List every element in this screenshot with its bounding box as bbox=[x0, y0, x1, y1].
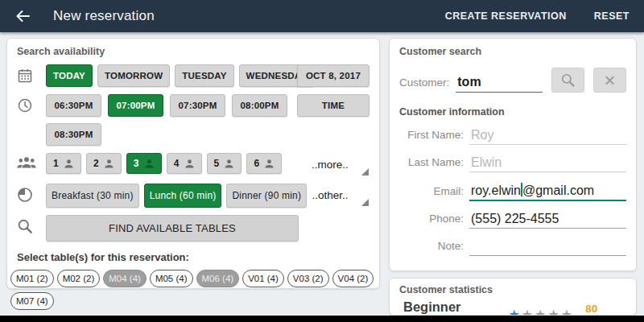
field-input[interactable]: Roy bbox=[469, 128, 626, 145]
time-option-button[interactable]: 08:30PM bbox=[46, 123, 101, 146]
field-value: Roy bbox=[469, 128, 626, 144]
party-size-number: 2 bbox=[93, 158, 99, 169]
date-option-button[interactable]: TOMORROW bbox=[97, 64, 170, 87]
meal-other-dropdown[interactable]: ..other.. bbox=[297, 184, 369, 207]
table-chip[interactable]: M04 (4) bbox=[103, 270, 147, 287]
table-chip[interactable]: V04 (2) bbox=[332, 270, 374, 287]
reset-button[interactable]: RESET bbox=[592, 6, 631, 27]
star-icon: ★ bbox=[547, 308, 560, 316]
party-size-button[interactable]: 6 bbox=[246, 153, 282, 174]
select-tables-label: Select table(s) for this reservation: bbox=[17, 251, 369, 263]
topbar-actions: CREATE RESERVATION RESET bbox=[444, 6, 631, 27]
table-chip[interactable]: V03 (2) bbox=[287, 270, 329, 287]
party-size-button[interactable]: 4 bbox=[167, 153, 202, 174]
back-button[interactable] bbox=[13, 6, 32, 26]
field-underline bbox=[469, 228, 626, 229]
star-rating: ★★★★★ bbox=[508, 308, 574, 316]
customer-information-title: Customer information bbox=[399, 106, 626, 118]
field-input[interactable]: Elwin bbox=[469, 155, 626, 172]
date-option-button[interactable]: TUESDAY bbox=[175, 64, 233, 87]
date-picker-button[interactable]: OCT 8, 2017 bbox=[297, 64, 369, 87]
table-chip[interactable]: M02 (2) bbox=[57, 270, 101, 287]
party-size-options: 1 2 bbox=[46, 153, 297, 174]
person-icon bbox=[224, 159, 234, 169]
customer-label: Customer: bbox=[399, 76, 449, 93]
field-underline bbox=[469, 144, 626, 145]
customer-clear-button[interactable]: × bbox=[593, 68, 626, 93]
field-input[interactable] bbox=[469, 239, 626, 256]
duration-pie-icon bbox=[17, 184, 46, 203]
customer-fields: First Name: Roy Last Name: Elwin Email: … bbox=[399, 128, 626, 256]
time-option-button[interactable]: 07:00PM bbox=[108, 94, 163, 117]
time-picker-button[interactable]: TIME bbox=[297, 94, 369, 117]
star-icon: ★ bbox=[522, 308, 535, 316]
person-icon bbox=[144, 159, 155, 169]
meal-option-button[interactable]: Breakfast (30 min) bbox=[46, 184, 139, 208]
party-size-number: 4 bbox=[174, 158, 180, 169]
time-row: 06:30PM 07:00PM 07:30PM 08:00PM 08:30PM … bbox=[17, 94, 369, 146]
date-options: TODAY TOMORROW TUESDAY WEDNESDAY bbox=[46, 64, 297, 87]
table-chip[interactable]: M01 (2) bbox=[10, 270, 54, 287]
time-option-button[interactable]: 07:30PM bbox=[170, 94, 225, 117]
customer-search-title: Customer search bbox=[399, 46, 626, 57]
party-size-number: 1 bbox=[53, 158, 59, 169]
table-chip[interactable]: V01 (4) bbox=[242, 270, 284, 287]
person-icon bbox=[64, 159, 74, 169]
time-option-button[interactable]: 08:00PM bbox=[232, 94, 287, 117]
field-label: Email: bbox=[399, 185, 464, 201]
field-label: First Name: bbox=[399, 129, 464, 145]
meal-options: Breakfast (30 min) Lunch (60 min) Dinner… bbox=[46, 184, 297, 208]
table-chip[interactable]: M06 (4) bbox=[196, 270, 240, 287]
table-chip[interactable]: M07 (4) bbox=[10, 292, 54, 310]
star-icon: ★ bbox=[508, 308, 521, 316]
field-underline bbox=[469, 200, 626, 201]
customer-search-button[interactable] bbox=[551, 68, 584, 93]
search-availability-panel: Search availability TODAY TOMORROW TUESD… bbox=[6, 38, 380, 289]
create-reservation-button[interactable]: CREATE RESERVATION bbox=[444, 6, 568, 27]
party-more-label: ..more.. bbox=[312, 159, 349, 171]
field-label: Note: bbox=[399, 240, 464, 256]
dropdown-corner-icon bbox=[361, 168, 369, 175]
points-badge: 80 points bbox=[585, 303, 626, 316]
table-chip[interactable]: M05 (4) bbox=[150, 270, 193, 287]
party-size-button[interactable]: 3 bbox=[126, 153, 162, 174]
meal-other-label: ..other.. bbox=[312, 189, 348, 201]
customer-field-row: First Name: Roy bbox=[399, 128, 626, 145]
star-icon: ★ bbox=[561, 308, 574, 316]
time-options: 06:30PM 07:00PM 07:30PM 08:00PM 08:30PM bbox=[46, 94, 297, 146]
field-value: (555) 225-4555 bbox=[469, 212, 626, 228]
system-navigation-bar bbox=[0, 316, 644, 322]
party-size-button[interactable]: 2 bbox=[86, 153, 122, 174]
party-size-number: 5 bbox=[214, 158, 220, 169]
time-option-button[interactable]: 06:30PM bbox=[46, 94, 101, 117]
meal-option-button[interactable]: Lunch (60 min) bbox=[144, 184, 222, 208]
customer-search-row: Customer: tom × bbox=[399, 68, 626, 93]
calendar-icon bbox=[17, 64, 46, 84]
person-icon bbox=[184, 159, 195, 169]
party-size-button[interactable]: 5 bbox=[207, 153, 242, 174]
party-size-button[interactable]: 1 bbox=[46, 153, 81, 174]
meal-duration-row: Breakfast (30 min) Lunch (60 min) Dinner… bbox=[17, 184, 369, 208]
find-available-tables-button[interactable]: FIND AVAILABLE TABLES bbox=[46, 215, 299, 242]
field-value bbox=[469, 239, 626, 255]
field-underline bbox=[469, 255, 626, 256]
field-input[interactable]: (555) 225-4555 bbox=[469, 212, 626, 229]
arrow-left-icon bbox=[14, 8, 31, 24]
date-option-button[interactable]: TODAY bbox=[46, 64, 93, 87]
membership-row: Beginner member ★★★★★ 80 points bbox=[399, 299, 626, 316]
clock-icon bbox=[17, 94, 46, 114]
customer-search-input[interactable]: tom bbox=[456, 75, 543, 93]
party-more-dropdown[interactable]: ..more.. bbox=[297, 153, 369, 176]
field-label: Last Name: bbox=[399, 156, 464, 172]
search-icon bbox=[17, 215, 46, 234]
top-app-bar: New reservation CREATE RESERVATION RESET bbox=[0, 0, 644, 32]
meal-option-button[interactable]: Dinner (90 min) bbox=[226, 184, 307, 208]
party-size-number: 3 bbox=[134, 158, 139, 169]
find-tables-row: FIND AVAILABLE TABLES bbox=[17, 215, 369, 242]
dropdown-corner-icon bbox=[361, 199, 369, 206]
customer-search-panel: Customer search Customer: tom × Customer… bbox=[389, 38, 637, 271]
customer-field-row: Phone: (555) 225-4555 bbox=[399, 212, 626, 229]
customer-statistics-panel: Customer statistics Beginner member ★★★★… bbox=[389, 278, 637, 316]
field-input[interactable]: roy.elwin@gmail.com bbox=[469, 183, 626, 201]
customer-field-row: Email: roy.elwin@gmail.com bbox=[399, 183, 626, 201]
